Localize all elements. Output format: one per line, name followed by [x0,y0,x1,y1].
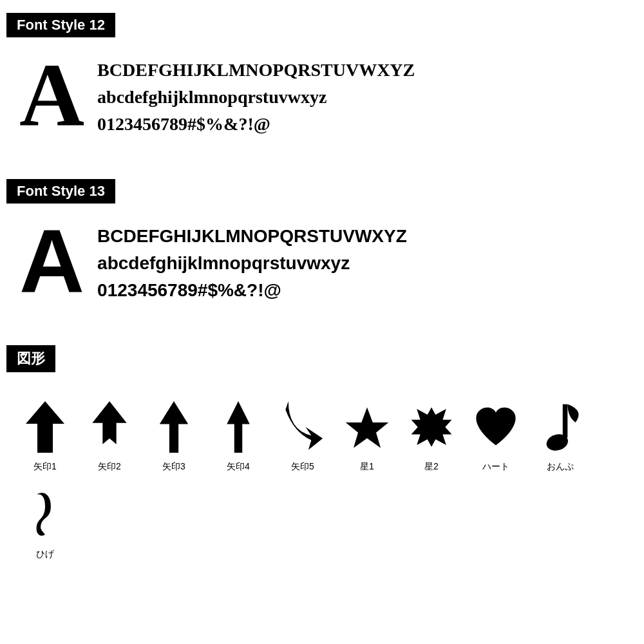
shape-item-arrow1: 矢印1 [16,398,74,473]
shape-item-note: おんぷ [531,398,589,473]
arrow4-icon [216,398,261,456]
shape-item-arrow2: 矢印2 [80,398,138,473]
font-style-12-section: Font Style 12 A BCDEFGHIJKLMNOPQRSTUVWXY… [6,13,638,153]
font-style-13-line-2: abcdefghijklmnopqrstuvwxyz [97,250,407,277]
shape-item-star1: 星1 [338,398,396,473]
font-style-12-header: Font Style 12 [6,13,115,37]
svg-rect-7 [563,404,568,438]
font-style-12-demo: A BCDEFGHIJKLMNOPQRSTUVWXYZ abcdefghijkl… [6,44,638,153]
font-style-13-line-3: 0123456789#$%&?!@ [97,277,407,304]
shape-label-note: おんぷ [547,461,574,473]
note-icon [538,398,583,456]
shape-label-star2: 星2 [424,461,439,473]
font-style-13-header: Font Style 13 [6,179,115,204]
shape-item-arrow3: 矢印3 [145,398,203,473]
arrow3-icon [151,398,196,456]
font-style-12-line-3: 0123456789#$%&?!@ [97,111,415,138]
star2-icon [409,398,454,456]
shape-label-heart: ハート [482,461,509,473]
font-style-12-line-1: BCDEFGHIJKLMNOPQRSTUVWXYZ [97,57,415,84]
arrow1-icon [23,398,68,456]
font-style-13-section: Font Style 13 A BCDEFGHIJKLMNOPQRSTUVWXY… [6,179,638,319]
font-style-12-big-letter: A [19,50,84,140]
svg-marker-2 [160,401,188,453]
shape-label-star1: 星1 [360,461,374,473]
svg-marker-1 [92,401,126,444]
shape-label-arrow5: 矢印5 [291,461,314,473]
shape-item-star2: 星2 [402,398,460,473]
shape-item-arrow5: 矢印5 [274,398,332,473]
shape-label-arrow4: 矢印4 [227,461,250,473]
shape-label-arrow1: 矢印1 [33,461,57,473]
font-style-12-line-2: abcdefghijklmnopqrstuvwxyz [97,84,415,111]
svg-marker-0 [26,401,64,453]
mustache-icon [23,486,68,544]
shape-item-arrow4: 矢印4 [209,398,267,473]
arrow5-icon [280,398,325,456]
shape-label-mustache: ひげ [36,549,54,560]
heart-icon [473,398,518,456]
arrow2-icon [87,398,132,456]
font-style-13-demo: A BCDEFGHIJKLMNOPQRSTUVWXYZ abcdefghijkl… [6,210,638,319]
page: Font Style 12 A BCDEFGHIJKLMNOPQRSTUVWXY… [0,0,644,586]
font-style-12-char-lines: BCDEFGHIJKLMNOPQRSTUVWXYZ abcdefghijklmn… [97,50,415,138]
shape-label-arrow2: 矢印2 [98,461,121,473]
svg-marker-4 [346,407,389,448]
shapes-header: 図形 [6,345,55,372]
shape-item-mustache: ひげ [16,486,74,560]
shape-label-arrow3: 矢印3 [162,461,185,473]
font-style-13-big-letter: A [19,216,84,307]
font-style-13-char-lines: BCDEFGHIJKLMNOPQRSTUVWXYZ abcdefghijklmn… [97,216,407,304]
shapes-grid: 矢印1 矢印2 矢印3 [6,379,638,573]
font-style-13-line-1: BCDEFGHIJKLMNOPQRSTUVWXYZ [97,223,407,250]
shape-item-heart: ハート [467,398,525,473]
star1-icon [345,398,390,456]
shapes-section: 図形 矢印1 矢印2 [6,345,638,573]
svg-marker-3 [227,401,250,453]
